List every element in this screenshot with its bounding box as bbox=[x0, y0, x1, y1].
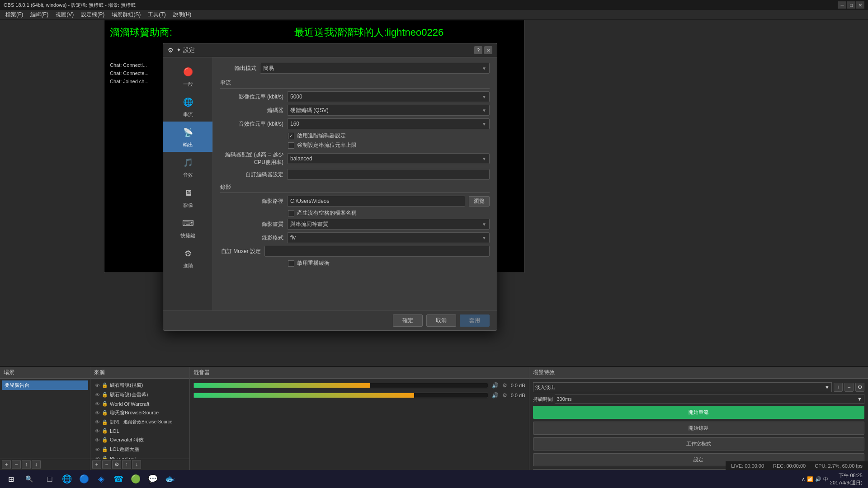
system-clock[interactable]: 下午 08:25 2017/4/9(週日) bbox=[830, 472, 863, 486]
scene-up-button[interactable]: ↑ bbox=[22, 460, 31, 469]
scene-remove-button[interactable]: − bbox=[12, 460, 21, 469]
chrome-icon[interactable]: 🔵 bbox=[76, 471, 92, 487]
menu-scenegroup[interactable]: 場景群組(S) bbox=[108, 10, 144, 19]
use-encoder-checkbox[interactable]: ✓ bbox=[288, 133, 294, 139]
source-item[interactable]: 👁🔒Overwatch特效 bbox=[92, 435, 188, 445]
scene-add-button[interactable]: + bbox=[2, 460, 11, 469]
browse-button[interactable]: 瀏覽 bbox=[469, 196, 490, 206]
tray-arrow[interactable]: ∧ bbox=[802, 476, 805, 482]
trans-mode-select[interactable]: 淡入淡出 ▼ bbox=[533, 382, 832, 392]
dialog-title: ⚙ ✦ 設定 bbox=[168, 46, 195, 54]
speaker-icon-2[interactable]: 🔊 bbox=[492, 392, 499, 399]
source-item[interactable]: 👁🔒聊天窗BrowserSource bbox=[92, 408, 188, 418]
enable-replay-label: 啟用重播緩衝 bbox=[297, 259, 330, 267]
source-item[interactable]: 👁🔒LOL遊戲大廳 bbox=[92, 445, 188, 454]
mixer-settings-icon-2[interactable]: ⚙ bbox=[502, 392, 507, 399]
line-icon[interactable]: 🟢 bbox=[127, 471, 144, 487]
menu-view[interactable]: 視圖(V) bbox=[52, 10, 77, 19]
source-item[interactable]: 👁🔒礦石斬說(全螢幕) bbox=[92, 390, 188, 399]
menu-tools[interactable]: 工具(T) bbox=[144, 10, 169, 19]
menu-edit[interactable]: 編輯(E) bbox=[27, 10, 52, 19]
ie-icon[interactable]: ◈ bbox=[93, 471, 109, 487]
menu-profile[interactable]: 設定欄(P) bbox=[77, 10, 108, 19]
wechat-icon[interactable]: 💬 bbox=[145, 471, 161, 487]
encoder-config-select[interactable]: balanced ▼ bbox=[287, 153, 490, 164]
custom-muxer-row: 自訂 Muxer 設定 bbox=[220, 246, 490, 257]
search-button[interactable]: 🔍 bbox=[20, 470, 38, 488]
chevron-down-icon: ▼ bbox=[482, 122, 486, 127]
maximize-button[interactable]: □ bbox=[847, 1, 855, 9]
mixer-db-2: 0.0 dB bbox=[511, 393, 525, 398]
cancel-button[interactable]: 取消 bbox=[426, 314, 456, 327]
nav-output[interactable]: 📡 輸出 bbox=[163, 122, 212, 152]
lock-icon: 🔒 bbox=[102, 455, 108, 459]
taskview-button[interactable]: □ bbox=[42, 471, 58, 487]
app-close-button[interactable]: ✕ bbox=[856, 1, 864, 9]
duration-select[interactable]: 300ms ▼ bbox=[555, 394, 865, 404]
dialog-close-button[interactable]: ✕ bbox=[484, 46, 492, 54]
trans-settings-button[interactable]: ⚙ bbox=[855, 383, 864, 392]
ok-button[interactable]: 確定 bbox=[393, 314, 423, 327]
obs-icon[interactable]: 🐟 bbox=[162, 471, 178, 487]
nav-general[interactable]: 🔴 一般 bbox=[163, 61, 212, 91]
minimize-button[interactable]: ─ bbox=[838, 1, 846, 9]
windows-taskbar: ⊞ 🔍 □ 🌐 🔵 ◈ ☎ 🟢 💬 🐟 ∧ 📶 🔊 中 下午 08:25 201… bbox=[0, 470, 868, 488]
source-item[interactable]: 👁🔒訂閱、追蹤音效BrowserSource bbox=[92, 418, 188, 427]
speaker-icon-1[interactable]: 🔊 bbox=[492, 382, 499, 389]
mixer-fill-2 bbox=[194, 393, 414, 398]
output-mode-select[interactable]: 簡易 ▼ bbox=[260, 63, 490, 74]
skype-icon[interactable]: ☎ bbox=[110, 471, 127, 487]
custom-muxer-input[interactable] bbox=[264, 246, 490, 257]
generate-filename-checkbox[interactable] bbox=[288, 210, 294, 216]
mixer-db-1: 0.0 dB bbox=[511, 383, 525, 388]
scene-item[interactable]: 要兒廣告台 bbox=[2, 380, 88, 390]
generate-filename-label: 產生沒有空格的檔案名稱 bbox=[297, 209, 357, 217]
source-item[interactable]: 👁🔒World Of Warcraft bbox=[92, 399, 188, 408]
source-name: 聊天窗BrowserSource bbox=[110, 409, 159, 416]
edge-icon[interactable]: 🌐 bbox=[59, 471, 75, 487]
eye-icon: 👁 bbox=[95, 428, 100, 434]
force-bitrate-checkbox[interactable] bbox=[288, 142, 294, 149]
enable-replay-checkbox[interactable] bbox=[288, 260, 294, 267]
settings-dialog: ⚙ ✦ 設定 ? ✕ 🔴 一般 🌐 串流 📡 輸出 🎵 音效 bbox=[163, 43, 497, 331]
source-item[interactable]: 👁🔒LOL bbox=[92, 427, 188, 435]
trans-add-button[interactable]: + bbox=[834, 383, 843, 392]
source-settings-button[interactable]: ⚙ bbox=[112, 460, 121, 469]
nav-hotkeys[interactable]: ⌨ 快捷鍵 bbox=[163, 212, 212, 243]
source-add-button[interactable]: + bbox=[92, 460, 101, 469]
source-name: 礦石斬說(全螢幕) bbox=[110, 391, 148, 398]
scene-down-button[interactable]: ↓ bbox=[32, 460, 41, 469]
source-item[interactable]: 👁🔒Blizzard.net bbox=[92, 454, 188, 459]
custom-encoder-input[interactable] bbox=[287, 169, 490, 180]
use-encoder-label: 啟用進階編碼器設定 bbox=[297, 132, 346, 140]
nav-stream[interactable]: 🌐 串流 bbox=[163, 91, 212, 122]
menu-file[interactable]: 檔案(F) bbox=[2, 10, 27, 19]
start-stream-button[interactable]: 開始串流 bbox=[533, 406, 865, 419]
nav-advanced[interactable]: ⚙ 進階 bbox=[163, 243, 212, 273]
start-record-button[interactable]: 開始錄製 bbox=[533, 422, 865, 435]
start-button[interactable]: ⊞ bbox=[2, 470, 20, 488]
audio-bitrate-input[interactable]: 160 ▼ bbox=[287, 118, 490, 129]
source-down-button[interactable]: ↓ bbox=[132, 460, 141, 469]
mixer-slider-2 bbox=[193, 393, 488, 398]
lock-icon: 🔒 bbox=[102, 401, 108, 407]
mixer-settings-icon-1[interactable]: ⚙ bbox=[502, 382, 507, 389]
record-path-input[interactable] bbox=[287, 196, 465, 206]
record-quality-select[interactable]: 與串流同等畫質 ▼ bbox=[287, 219, 490, 230]
source-item[interactable]: 👁🔒礦石斬說(視窗) bbox=[92, 380, 188, 390]
source-panel-content: 👁🔒礦石斬說(視窗) 👁🔒礦石斬說(全螢幕) 👁🔒World Of Warcra… bbox=[90, 379, 189, 459]
nav-video[interactable]: 🖥 影像 bbox=[163, 182, 212, 212]
record-format-select[interactable]: flv ▼ bbox=[287, 232, 490, 243]
dialog-help-button[interactable]: ? bbox=[474, 46, 482, 54]
video-bitrate-input[interactable]: 5000 ▼ bbox=[287, 91, 490, 102]
encoder-select[interactable]: 硬體編碼 (QSV) ▼ bbox=[287, 105, 490, 116]
nav-audio[interactable]: 🎵 音效 bbox=[163, 152, 212, 182]
apply-button[interactable]: 套用 bbox=[460, 314, 490, 327]
source-remove-button[interactable]: − bbox=[102, 460, 111, 469]
force-bitrate-label: 強制設定串流位元率上限 bbox=[297, 141, 357, 149]
menu-help[interactable]: 說明(H) bbox=[170, 10, 195, 19]
source-up-button[interactable]: ↑ bbox=[122, 460, 131, 469]
source-name: 訂閱、追蹤音效BrowserSource bbox=[110, 419, 172, 425]
studio-mode-button[interactable]: 工作室模式 bbox=[533, 437, 865, 450]
trans-remove-button[interactable]: − bbox=[844, 383, 854, 392]
